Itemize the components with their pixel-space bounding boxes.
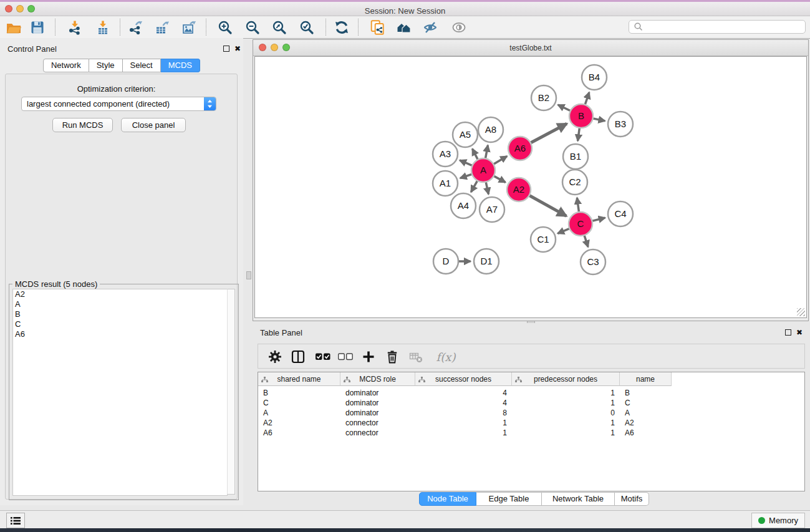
column-header-shared-name[interactable]: shared name	[258, 372, 340, 386]
mcds-result-list[interactable]: A2ABCA6	[12, 289, 228, 496]
tab-network[interactable]: Network	[43, 59, 89, 72]
network-graph[interactable]: B4B2BB3A8A5A6A3B1AC2A1A2A4A7C4CC1C3DD1	[255, 57, 808, 319]
zoom-fit-icon[interactable]	[269, 18, 290, 37]
cell: 1	[415, 428, 512, 438]
node-B2[interactable]: B2	[531, 85, 556, 110]
column-layout-icon[interactable]	[290, 349, 306, 364]
result-item[interactable]: B	[13, 309, 227, 319]
node-A3[interactable]: A3	[433, 142, 458, 167]
result-scrollbar[interactable]	[227, 289, 235, 495]
criterion-dropdown[interactable]: largest connected component (directed)	[21, 97, 216, 111]
memory-status-icon	[758, 517, 765, 524]
function-builder-icon[interactable]: f(x)	[433, 349, 458, 364]
control-panel-title: Control Panel	[7, 44, 57, 54]
node-A2[interactable]: A2	[507, 178, 531, 201]
memory-button[interactable]: Memory	[751, 513, 805, 528]
home-panels-icon[interactable]	[393, 18, 415, 37]
vertical-splitter-handle[interactable]	[246, 271, 251, 279]
network-snapshot-icon[interactable]	[367, 18, 388, 37]
task-history-button[interactable]	[6, 513, 25, 528]
zoom-out-icon[interactable]	[242, 18, 263, 37]
result-item[interactable]: A2	[13, 289, 227, 299]
show-graphics-details-icon[interactable]	[448, 18, 470, 37]
cell: dominator	[340, 388, 415, 398]
tab-edge-table[interactable]: Edge Table	[476, 492, 542, 506]
window-title: Session: New Session	[0, 6, 810, 16]
float-panel-icon[interactable]	[223, 46, 229, 52]
node-B3[interactable]: B3	[608, 112, 633, 137]
table-row[interactable]: A6connector11A6	[258, 428, 804, 438]
node-C[interactable]: C	[569, 212, 592, 236]
zoom-window-button[interactable]	[27, 5, 35, 12]
node-A5[interactable]: A5	[453, 122, 478, 147]
table-row[interactable]: Bdominator41B	[258, 388, 804, 398]
column-header-predecessor-nodes[interactable]: predecessor nodes	[512, 372, 620, 386]
node-C2[interactable]: C2	[562, 170, 587, 195]
column-header-mcds-role[interactable]: MCDS role	[340, 372, 415, 386]
result-item[interactable]: A	[13, 299, 227, 309]
resize-grip-icon[interactable]	[797, 308, 805, 316]
table-row[interactable]: Cdominator41C	[258, 398, 804, 408]
toolbar-separator	[358, 19, 359, 36]
hide-graphics-details-icon[interactable]	[420, 18, 441, 37]
search-field[interactable]	[629, 20, 806, 34]
delete-table-icon[interactable]	[408, 349, 424, 364]
node-C3[interactable]: C3	[581, 249, 605, 274]
tab-select[interactable]: Select	[123, 59, 161, 72]
settings-gear-icon[interactable]	[267, 349, 283, 364]
node-A4[interactable]: A4	[451, 193, 476, 218]
result-item[interactable]: C	[13, 319, 227, 329]
export-network-icon[interactable]	[125, 18, 147, 37]
zoom-selected-icon[interactable]	[296, 18, 317, 37]
tab-style[interactable]: Style	[89, 59, 123, 72]
tab-node-table[interactable]: Node Table	[419, 492, 476, 506]
import-network-icon[interactable]	[64, 18, 85, 37]
column-header-name[interactable]: name	[620, 372, 672, 386]
export-table-icon[interactable]	[152, 18, 173, 37]
minimize-window-button[interactable]	[16, 5, 24, 12]
node-A1[interactable]: A1	[433, 171, 458, 196]
node-B4[interactable]: B4	[582, 65, 607, 90]
node-A8[interactable]: A8	[478, 117, 503, 142]
close-panel-icon[interactable]: ✖	[234, 45, 241, 52]
select-all-checkboxes-icon[interactable]	[315, 349, 331, 364]
search-input[interactable]	[644, 22, 805, 31]
add-row-icon[interactable]	[360, 349, 377, 364]
node-B1[interactable]: B1	[563, 144, 588, 169]
open-session-icon[interactable]	[3, 18, 24, 37]
network-canvas[interactable]: B4B2BB3A8A5A6A3B1AC2A1A2A4A7C4CC1C3DD1	[254, 56, 807, 318]
float-table-panel-icon[interactable]	[785, 329, 791, 336]
close-panel-button[interactable]: Close panel	[121, 118, 186, 132]
cell: 4	[415, 388, 512, 398]
svg-text:B1: B1	[570, 151, 581, 162]
result-item[interactable]: A6	[13, 329, 227, 339]
tab-mcds[interactable]: MCDS	[161, 59, 200, 72]
save-session-icon[interactable]	[27, 18, 48, 37]
deselect-all-checkboxes-icon[interactable]	[337, 349, 354, 364]
zoom-in-icon[interactable]	[215, 18, 236, 37]
node-C1[interactable]: C1	[531, 227, 556, 252]
table-row[interactable]: Adominator80A	[258, 408, 804, 418]
tab-network-table[interactable]: Network Table	[542, 492, 615, 506]
table-row[interactable]: A2connector11A2	[258, 418, 804, 428]
node-A6[interactable]: A6	[508, 137, 532, 160]
cell: dominator	[340, 398, 415, 408]
svg-text:B: B	[578, 110, 584, 121]
column-header-successor-nodes[interactable]: successor nodes	[415, 372, 512, 386]
delete-row-trash-icon[interactable]	[384, 349, 400, 364]
node-A7[interactable]: A7	[480, 197, 504, 222]
run-mcds-button[interactable]: Run MCDS	[52, 118, 113, 132]
export-image-icon[interactable]	[179, 18, 200, 37]
refresh-icon[interactable]	[331, 18, 352, 37]
tab-motifs[interactable]: Motifs	[615, 492, 649, 506]
close-window-button[interactable]	[5, 5, 12, 12]
node-B[interactable]: B	[569, 104, 593, 128]
node-D1[interactable]: D1	[474, 249, 499, 274]
mcds-result-title: MCDS result (5 nodes)	[12, 279, 100, 289]
node-C4[interactable]: C4	[608, 201, 633, 226]
node-A[interactable]: A	[471, 158, 495, 182]
toolbar-separator	[120, 19, 120, 36]
close-table-panel-icon[interactable]: ✖	[796, 329, 803, 336]
import-table-icon[interactable]	[92, 18, 113, 37]
node-D[interactable]: D	[433, 249, 458, 274]
